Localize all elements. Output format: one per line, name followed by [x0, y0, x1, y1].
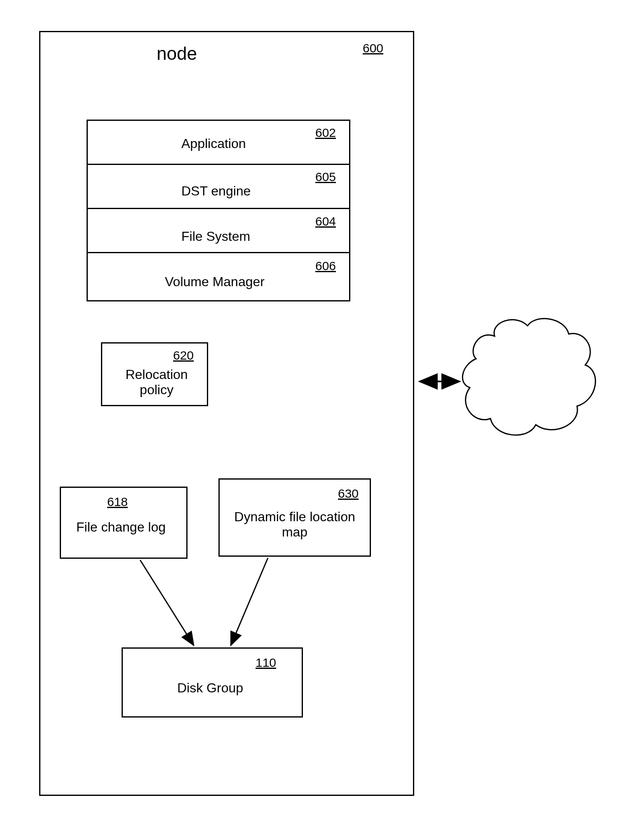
file-change-log-ref: 618	[107, 495, 128, 509]
disk-group-ref: 110	[256, 656, 276, 670]
relocation-policy-ref: 620	[173, 348, 194, 362]
node-title: node	[157, 43, 197, 64]
dynamic-map-label: Dynamic file location map	[229, 509, 361, 540]
stack-vm-ref: 606	[315, 259, 336, 273]
stack-vm-label: Volume Manager	[165, 274, 265, 289]
cloud-ref: 640	[513, 384, 535, 399]
node-ref: 600	[363, 41, 383, 55]
cloud-shape	[462, 319, 595, 435]
stack-dst-ref: 605	[315, 170, 336, 184]
stack-application-label: Application	[181, 136, 246, 151]
diagram-canvas: node 600 Application 602 DST engine 605 …	[0, 0, 631, 840]
stack-application-ref: 602	[315, 126, 336, 140]
stack-fs-label: File System	[181, 229, 250, 244]
stack-fs-ref: 604	[315, 214, 336, 228]
stack-dst-label: DST engine	[181, 184, 251, 199]
dynamic-map-ref: 630	[338, 487, 359, 501]
disk-group-label: Disk Group	[177, 680, 243, 696]
relocation-policy-label: Relocation policy	[124, 367, 190, 398]
file-change-log-label: File change log	[76, 520, 166, 535]
